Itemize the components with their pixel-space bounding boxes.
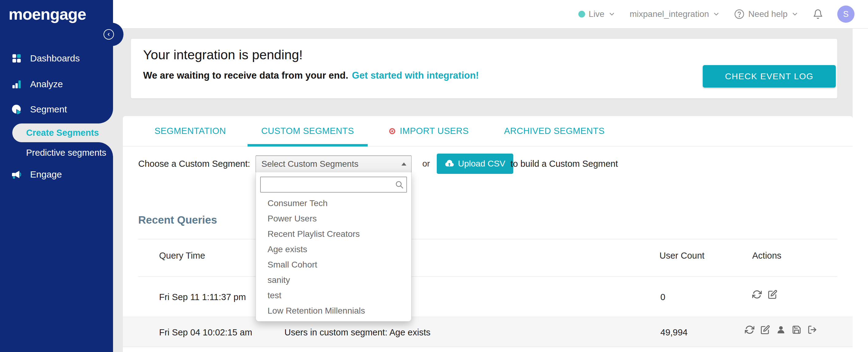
upload-csv-label: Upload CSV <box>458 159 505 169</box>
row-actions <box>752 290 777 299</box>
chevron-left-icon <box>106 32 112 37</box>
save-action-button[interactable] <box>792 325 801 334</box>
sidebar-item-label: Dashboards <box>30 53 80 64</box>
engage-icon <box>11 169 22 180</box>
dropdown-option[interactable]: Power Users <box>256 211 411 226</box>
tab-segmentation[interactable]: SEGMENTATION <box>141 116 240 146</box>
environment-selector[interactable]: Live <box>578 9 616 19</box>
sidebar: moengage Dashboards Analyze Segment Crea… <box>0 0 113 352</box>
dropdown-option[interactable]: sanity <box>256 273 411 288</box>
bell-icon <box>813 9 823 19</box>
sidebar-curve <box>98 109 113 124</box>
tab-label: ARCHIVED SEGMENTS <box>504 126 604 136</box>
integration-pending-banner: Your integration is pending! We are wait… <box>130 38 838 99</box>
sidebar-item-label: Segment <box>30 104 67 115</box>
dropdown-option[interactable]: Consumer Tech <box>256 196 411 211</box>
choose-custom-segment-label: Choose a Custom Segment: <box>138 159 250 169</box>
sidebar-item-create-segments[interactable]: Create Segments <box>12 124 113 142</box>
dropdown-option[interactable]: test <box>256 288 411 303</box>
user-icon <box>776 325 786 334</box>
save-icon <box>792 325 801 334</box>
need-help-menu[interactable]: Need help <box>734 9 799 19</box>
chevron-down-icon <box>713 10 720 18</box>
get-started-link[interactable]: Get started with integration! <box>352 70 479 81</box>
environment-label: Live <box>589 9 604 19</box>
user-count-cell: 49,994 <box>660 327 688 338</box>
edit-icon <box>768 290 777 299</box>
avatar-initial: S <box>843 9 849 19</box>
dropdown-option[interactable]: Small Cohort <box>256 257 411 273</box>
sidebar-item-analyze[interactable]: Analyze <box>0 75 113 93</box>
banner-message-text: We are waiting to receive data from your… <box>143 70 348 81</box>
tabs-bar: SEGMENTATION CUSTOM SEGMENTS IMPORT USER… <box>123 116 852 147</box>
sidebar-item-predictive-segments[interactable]: Predictive segments <box>0 145 113 161</box>
chevron-down-icon <box>791 10 799 18</box>
banner-message: We are waiting to receive data from your… <box>143 70 479 81</box>
segments-panel: SEGMENTATION CUSTOM SEGMENTS IMPORT USER… <box>123 116 852 352</box>
workspace-selector[interactable]: mixpanel_integration <box>630 9 720 19</box>
edit-icon <box>761 325 770 334</box>
tab-import-users[interactable]: IMPORT USERS <box>375 116 483 146</box>
dropdown-search <box>260 177 407 193</box>
column-header-actions: Actions <box>752 251 781 261</box>
banner-title: Your integration is pending! <box>143 47 303 62</box>
tab-custom-segments[interactable]: CUSTOM SEGMENTS <box>248 116 368 146</box>
refresh-action-button[interactable] <box>752 290 762 299</box>
table-row: Fri Sep 11 1:11:37 pm 0 <box>123 277 852 317</box>
analyze-icon <box>11 78 22 90</box>
column-header-query-time: Query Time <box>159 251 205 261</box>
dashboards-icon <box>11 53 22 64</box>
moengage-logo: moengage <box>9 5 86 23</box>
column-header-user-count: User Count <box>659 251 705 261</box>
query-time-cell: Fri Sep 11 1:11:37 pm <box>159 292 246 302</box>
sidebar-item-dashboards[interactable]: Dashboards <box>0 49 113 68</box>
tab-label: IMPORT USERS <box>400 126 469 136</box>
custom-segment-dropdown: Consumer Tech Power Users Recent Playlis… <box>255 172 411 322</box>
sidebar-item-engage[interactable]: Engage <box>0 165 113 184</box>
tab-archived-segments[interactable]: ARCHIVED SEGMENTS <box>490 116 618 146</box>
row-actions <box>745 325 817 334</box>
or-text: or <box>422 159 430 169</box>
sidebar-item-label: Predictive segments <box>26 148 106 158</box>
avatar[interactable]: S <box>837 5 855 23</box>
chevron-down-icon <box>608 10 616 18</box>
search-icon <box>395 180 404 189</box>
divider <box>138 239 837 239</box>
query-time-cell: Fri Sep 04 10:02:15 am <box>159 327 252 338</box>
export-action-button[interactable] <box>807 325 817 334</box>
edit-action-button[interactable] <box>768 290 777 299</box>
refresh-action-button[interactable] <box>745 325 754 334</box>
sidebar-item-label: Analyze <box>30 79 63 89</box>
tab-label: SEGMENTATION <box>155 126 226 136</box>
query-cell: Users in custom segment: Age exists <box>284 327 430 338</box>
notifications-button[interactable] <box>813 9 823 19</box>
segment-icon <box>11 104 22 115</box>
dropdown-option[interactable]: Low Retention Millennials <box>256 303 411 319</box>
dropdown-option[interactable]: Age exists <box>256 242 411 257</box>
refresh-icon <box>752 290 762 299</box>
user-count-cell: 0 <box>660 292 665 302</box>
sidebar-item-segment[interactable]: Segment <box>0 100 113 119</box>
sidebar-item-label: Engage <box>30 169 62 180</box>
dropdown-option[interactable]: Recent Playlist Creators <box>256 226 411 242</box>
check-event-log-button[interactable]: CHECK EVENT LOG <box>703 65 836 88</box>
custom-segment-select[interactable]: Select Custom Segments <box>255 155 411 172</box>
sidebar-item-label: Create Segments <box>26 128 99 138</box>
recent-queries-title: Recent Queries <box>138 214 217 226</box>
table-row: Fri Sep 04 10:02:15 am Users in custom s… <box>123 317 852 347</box>
upload-csv-button[interactable]: Upload CSV <box>437 154 513 174</box>
select-value: Select Custom Segments <box>261 159 359 169</box>
moengage-app: Live mixpanel_integration Need help S Yo… <box>0 0 868 352</box>
workspace-label: mixpanel_integration <box>630 9 709 19</box>
segment-search-input[interactable] <box>260 177 407 193</box>
refresh-icon <box>745 325 754 334</box>
view-users-action-button[interactable] <box>776 325 786 334</box>
collapse-sidebar-button[interactable] <box>103 29 114 40</box>
need-help-label: Need help <box>748 9 787 19</box>
tab-label: CUSTOM SEGMENTS <box>261 126 354 136</box>
edit-action-button[interactable] <box>761 325 770 334</box>
help-icon <box>734 9 745 19</box>
export-icon <box>807 325 817 334</box>
page-right-gutter <box>852 29 868 352</box>
triangle-up-icon <box>401 162 406 165</box>
